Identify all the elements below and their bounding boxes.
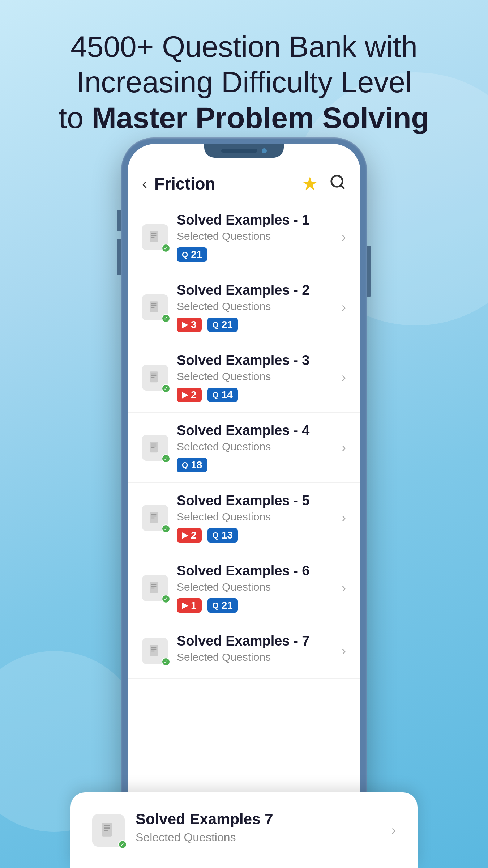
badge-video: ▶3 (177, 318, 202, 332)
chevron-icon: › (342, 510, 346, 526)
q-icon: Q (213, 531, 219, 540)
item-icon-3: ✓ (142, 365, 168, 391)
bottom-card-chevron[interactable]: › (391, 823, 396, 838)
play-icon: ▶ (182, 320, 188, 329)
badge-video: ▶1 (177, 598, 202, 613)
check-badge: ✓ (162, 454, 170, 463)
chevron-icon: › (342, 580, 346, 596)
svg-rect-10 (150, 371, 158, 382)
phone-mockup: ‹ Friction ★ (121, 137, 367, 832)
item-badges: ▶3 Q21 (177, 318, 338, 332)
list-item[interactable]: ✓ Solved Examples - 1 Selected Questions… (128, 202, 360, 272)
item-icon-6: ✓ (142, 575, 168, 601)
svg-rect-22 (150, 582, 158, 593)
badge-video: ▶2 (177, 528, 202, 542)
q-icon: Q (182, 250, 188, 259)
item-subtitle: Selected Questions (177, 300, 338, 312)
item-title: Solved Examples - 2 (177, 282, 338, 298)
chevron-icon: › (342, 440, 346, 455)
side-buttons-left (117, 210, 121, 275)
list-item[interactable]: ✓ Solved Examples - 4 Selected Questions… (128, 413, 360, 483)
svg-rect-18 (150, 512, 158, 523)
list-item[interactable]: ✓ Solved Examples - 5 Selected Questions… (128, 483, 360, 553)
check-badge: ✓ (162, 595, 170, 603)
svg-rect-26 (150, 645, 158, 656)
svg-line-1 (341, 185, 344, 188)
item-content-3: Solved Examples - 3 Selected Questions ▶… (177, 353, 338, 402)
svg-rect-30 (102, 823, 112, 837)
item-title: Solved Examples - 7 (177, 633, 338, 649)
power-button (367, 246, 371, 297)
favorite-icon[interactable]: ★ (301, 173, 318, 195)
badge-q: Q13 (207, 528, 238, 542)
bottom-sheet[interactable]: ✓ Solved Examples 7 Selected Questions › (70, 792, 418, 868)
item-title: Solved Examples - 6 (177, 563, 338, 579)
search-icon[interactable] (329, 174, 346, 194)
badge-q: Q21 (177, 247, 207, 262)
list-item[interactable]: ✓ Solved Examples - 2 Selected Questions… (128, 272, 360, 342)
item-icon-2: ✓ (142, 294, 168, 320)
bottom-card-subtitle: Selected Questions (136, 831, 377, 844)
header-section: 4500+ Question Bank with Increasing Diff… (0, 0, 488, 157)
item-subtitle: Selected Questions (177, 511, 338, 523)
q-icon: Q (182, 460, 188, 470)
back-button[interactable]: ‹ (142, 175, 147, 192)
check-badge: ✓ (118, 840, 127, 849)
svg-rect-6 (150, 301, 158, 312)
play-icon: ▶ (182, 531, 188, 540)
badge-q: Q18 (177, 458, 207, 472)
notch-speaker (221, 149, 257, 153)
chevron-icon: › (342, 230, 346, 245)
phone-outer-shell: ‹ Friction ★ (121, 137, 367, 832)
item-icon-4: ✓ (142, 435, 168, 461)
item-title: Solved Examples - 4 (177, 423, 338, 438)
bottom-card-inner: ✓ Solved Examples 7 Selected Questions › (92, 810, 396, 850)
volume-up-button (117, 210, 121, 231)
item-badges: ▶1 Q21 (177, 598, 338, 613)
item-subtitle: Selected Questions (177, 441, 338, 453)
badge-q: Q21 (207, 598, 238, 613)
bottom-card-text: Solved Examples 7 Selected Questions (136, 810, 377, 850)
q-icon: Q (213, 320, 219, 329)
item-subtitle: Selected Questions (177, 581, 338, 593)
list-item[interactable]: ✓ Solved Examples - 7 Selected Questions… (128, 623, 360, 679)
check-badge: ✓ (162, 384, 170, 393)
top-bar: ‹ Friction ★ (128, 162, 360, 202)
item-icon-1: ✓ (142, 224, 168, 250)
play-icon: ▶ (182, 390, 188, 400)
item-subtitle: Selected Questions (177, 651, 338, 663)
item-title: Solved Examples - 5 (177, 493, 338, 509)
check-badge: ✓ (162, 658, 170, 666)
item-title: Solved Examples - 3 (177, 353, 338, 368)
phone-screen: ‹ Friction ★ (128, 144, 360, 825)
item-content-6: Solved Examples - 6 Selected Questions ▶… (177, 563, 338, 613)
item-badges: Q21 (177, 247, 338, 262)
badge-q: Q21 (207, 318, 238, 332)
header-line3-bold: Master Problem Solving (92, 101, 429, 134)
list-item[interactable]: ✓ Solved Examples - 6 Selected Questions… (128, 553, 360, 623)
item-badges: ▶2 Q13 (177, 528, 338, 542)
phone-notch (204, 144, 284, 158)
play-icon: ▶ (182, 601, 188, 610)
item-content-4: Solved Examples - 4 Selected Questions Q… (177, 423, 338, 472)
badge-q: Q14 (207, 388, 238, 402)
header-line1: 4500+ Question Bank with (70, 30, 418, 63)
header-line2: Increasing Difficulty Level (76, 65, 412, 98)
q-icon: Q (213, 390, 219, 400)
list-item[interactable]: ✓ Solved Examples - 3 Selected Questions… (128, 342, 360, 413)
bottom-card-title: Solved Examples 7 (136, 810, 377, 828)
item-icon-5: ✓ (142, 505, 168, 531)
chapter-list: ✓ Solved Examples - 1 Selected Questions… (128, 202, 360, 825)
check-badge: ✓ (162, 244, 170, 252)
item-badges: Q18 (177, 458, 338, 472)
phone-content: ‹ Friction ★ (128, 144, 360, 825)
item-title: Solved Examples - 1 (177, 212, 338, 228)
check-badge: ✓ (162, 524, 170, 533)
item-content-1: Solved Examples - 1 Selected Questions Q… (177, 212, 338, 262)
chevron-icon: › (342, 643, 346, 659)
svg-rect-14 (150, 442, 158, 452)
notch-camera (262, 148, 267, 153)
side-buttons-right (367, 246, 371, 297)
page-title: Friction (154, 174, 301, 193)
item-subtitle: Selected Questions (177, 370, 338, 383)
